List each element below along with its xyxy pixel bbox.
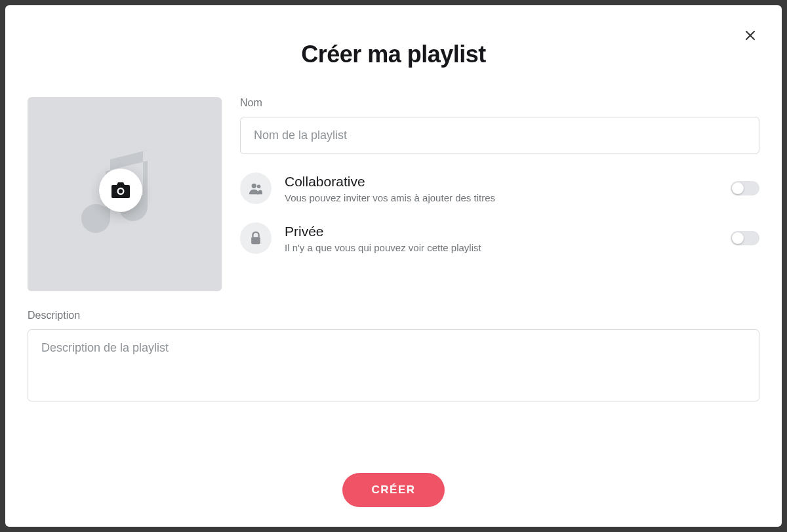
toggle-knob	[732, 182, 744, 194]
form-right-column: Nom Collaborative Vous pouvez inviter vo…	[240, 97, 759, 291]
svg-point-3	[257, 185, 261, 189]
playlist-name-input[interactable]	[240, 117, 759, 154]
create-button[interactable]: CRÉER	[342, 473, 444, 507]
collaborative-text: Collaborative Vous pouvez inviter vos am…	[285, 174, 731, 203]
camera-icon	[111, 182, 130, 198]
private-text: Privée Il n'y a que vous qui pouvez voir…	[285, 224, 731, 253]
upload-cover-button[interactable]	[99, 169, 142, 212]
svg-rect-4	[251, 237, 260, 244]
private-toggle[interactable]	[731, 231, 759, 245]
collaborative-option: Collaborative Vous pouvez inviter vos am…	[240, 173, 759, 204]
collaborative-toggle[interactable]	[731, 181, 759, 195]
people-icon	[240, 173, 272, 204]
mid-row: Nom Collaborative Vous pouvez inviter vo…	[28, 97, 759, 291]
cover-upload-area[interactable]	[28, 97, 222, 291]
close-button[interactable]	[741, 26, 759, 45]
modal-footer: CRÉER	[28, 473, 759, 507]
description-section: Description	[28, 310, 759, 404]
description-label: Description	[28, 310, 759, 321]
private-title: Privée	[285, 224, 731, 239]
svg-point-1	[119, 189, 123, 193]
private-option: Privée Il n'y a que vous qui pouvez voir…	[240, 222, 759, 254]
lock-icon	[240, 222, 272, 254]
collaborative-title: Collaborative	[285, 174, 731, 190]
close-icon	[744, 30, 756, 41]
playlist-description-input[interactable]	[28, 329, 759, 401]
modal-title: Créer ma playlist	[28, 41, 759, 68]
svg-point-2	[252, 184, 256, 188]
create-playlist-modal: Créer ma playlist Nom	[5, 5, 782, 527]
collaborative-description: Vous pouvez inviter vos amis à ajouter d…	[285, 192, 731, 203]
toggle-knob	[732, 232, 744, 244]
private-description: Il n'y a que vous qui pouvez voir cette …	[285, 242, 731, 253]
name-label: Nom	[240, 97, 759, 109]
